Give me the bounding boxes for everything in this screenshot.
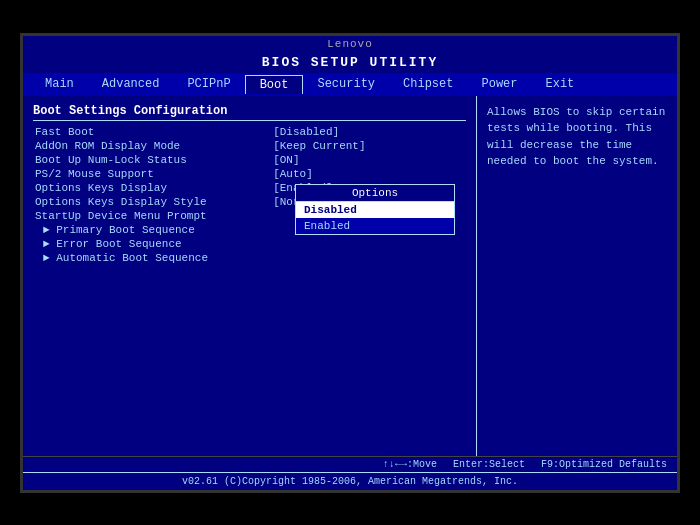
nav-item-main[interactable]: Main xyxy=(31,75,88,94)
sub-item-automatic[interactable]: ► Automatic Boot Sequence xyxy=(33,251,466,265)
help-panel: Allows BIOS to skip certain tests while … xyxy=(477,96,677,456)
table-row: Fast Boot [Disabled] xyxy=(33,125,466,139)
nav-item-exit[interactable]: Exit xyxy=(532,75,589,94)
hint-select: Enter:Select xyxy=(453,459,525,470)
nav-item-boot[interactable]: Boot xyxy=(245,75,304,94)
footer-bar: v02.61 (C)Copyright 1985-2006, American … xyxy=(23,472,677,490)
table-row: AddOn ROM Display Mode [Keep Current] xyxy=(33,139,466,153)
hint-move: ↑↓←→:Move xyxy=(383,459,437,470)
sub-item-error[interactable]: ► Error Boot Sequence xyxy=(33,237,466,251)
bios-title: BIOS SETUP UTILITY xyxy=(23,52,677,73)
brand-label: Lenovo xyxy=(23,36,677,52)
nav-item-chipset[interactable]: Chipset xyxy=(389,75,467,94)
hint-f9: F9:Optimized Defaults xyxy=(541,459,667,470)
section-title: Boot Settings Configuration xyxy=(33,104,466,121)
nav-item-power[interactable]: Power xyxy=(467,75,531,94)
nav-hint-bar: ↑↓←→:Move Enter:Select F9:Optimized Defa… xyxy=(23,456,677,472)
dropdown-overlay: Options Disabled Enabled xyxy=(295,184,455,235)
dropdown-header: Options xyxy=(296,185,454,202)
nav-item-pcipnp[interactable]: PCIPnP xyxy=(173,75,244,94)
table-row: Boot Up Num-Lock Status [ON] xyxy=(33,153,466,167)
nav-item-security[interactable]: Security xyxy=(303,75,389,94)
nav-bar: Main Advanced PCIPnP Boot Security Chips… xyxy=(23,73,677,96)
nav-item-advanced[interactable]: Advanced xyxy=(88,75,174,94)
dropdown-item-disabled[interactable]: Disabled xyxy=(296,202,454,218)
table-row: PS/2 Mouse Support [Auto] xyxy=(33,167,466,181)
dropdown-item-enabled[interactable]: Enabled xyxy=(296,218,454,234)
